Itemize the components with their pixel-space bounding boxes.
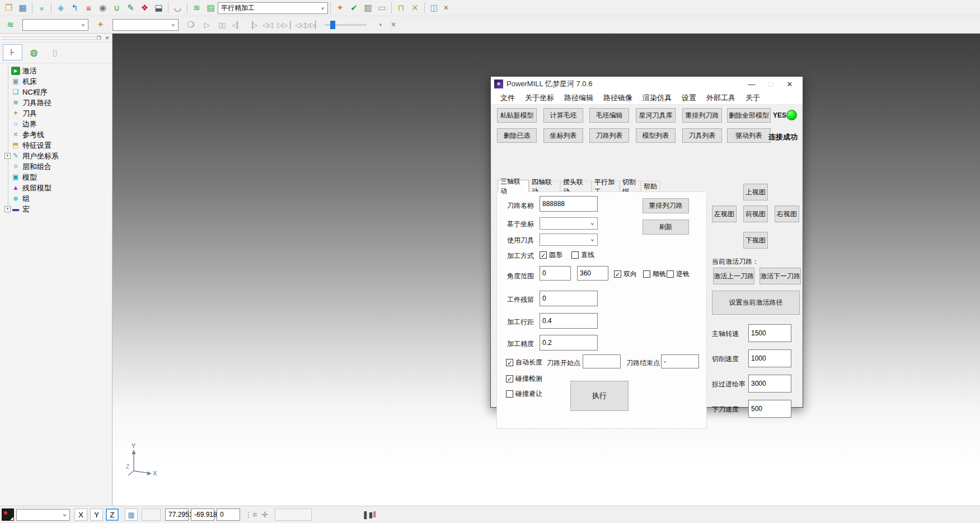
calculator-icon[interactable]: ▥ [361,2,375,15]
step-back-icon[interactable]: ◁▏ [229,18,245,31]
checked-checkbox[interactable]: ✓ [506,375,513,382]
float-panel-icon[interactable]: ❐ [95,34,102,41]
tree-item[interactable]: ✦刀具 [3,108,112,119]
plunge-feed-input[interactable]: 500 [748,400,791,418]
tree-item[interactable]: ≡层和组合 [3,161,112,172]
tree-item[interactable]: ≋刀具路径 [3,97,112,108]
tree-item[interactable]: ▲残留模型 [3,183,112,193]
save-project-icon[interactable]: ▦ [16,2,30,15]
search-back-icon[interactable]: ◁◁ [260,18,275,31]
tab-平行加工[interactable]: 平行加工 [592,181,620,192]
view-bottom-button[interactable]: 下视图 [743,232,768,249]
menu-item-路径编辑[interactable]: 路径编辑 [559,93,598,103]
nc-programs-icon[interactable]: ◫ [427,2,441,15]
rearrange-toolpath-button[interactable]: 重排列刀路 [643,198,689,213]
minimize-button[interactable]: — [742,78,761,90]
tab-切割锯[interactable]: 切割锯 [620,181,641,192]
strategy-list-icon[interactable]: ▤ [204,2,218,15]
view-top-button[interactable]: 上视图 [743,184,768,200]
open-project-icon[interactable]: ❐ [2,2,16,15]
simulation-speed-slider[interactable] [325,24,367,26]
tree-item[interactable]: ▣模型 [3,172,112,183]
action-粘贴新模型[interactable]: 粘贴新模型 [497,108,537,123]
sim-tool-combo[interactable]: ∨ [112,19,179,31]
close-panel-icon[interactable]: ✕ [104,34,111,41]
tree-item[interactable]: ◆组 [3,193,112,204]
close-sim-toolbar-icon[interactable]: ✕ [388,20,398,30]
base-coord-combo[interactable]: ∨ [540,217,598,230]
tree-item[interactable]: ✕参考线 [3,129,112,140]
menu-item-关于[interactable]: 关于 [740,93,765,103]
toolpath-icon[interactable]: ≋ [190,2,204,15]
explorer-dock-header[interactable]: ❐✕ [0,34,112,43]
sim-tool-icon[interactable]: ✦ [93,18,107,31]
expand-icon[interactable]: + [4,153,11,159]
menu-item-文件[interactable]: 文件 [495,93,520,103]
tree-item[interactable]: ⬒特征设置 [3,140,112,151]
tolerance-input[interactable]: 0.2 [540,335,598,351]
menu-item-外部工具[interactable]: 外部工具 [701,93,740,103]
action-计算毛坯[interactable]: 计算毛坯 [543,108,583,123]
go-start-icon[interactable]: ▏◁◁ [290,18,305,31]
speed-clock-icon[interactable]: ◔ [373,18,387,31]
end-point-input[interactable]: - [661,354,699,368]
tool-icon[interactable]: ◉ [96,2,110,15]
menu-item-渲染仿真[interactable]: 渲染仿真 [637,93,677,103]
checked-checkbox[interactable]: ✓ [614,270,621,278]
menu-item-关于坐标[interactable]: 关于坐标 [520,93,559,103]
unchecked-checkbox[interactable] [667,270,674,278]
action-重排列刀路[interactable]: 重排列刀路 [682,108,722,123]
action-刀路列表[interactable]: 刀路列表 [589,128,629,143]
unchecked-checkbox[interactable] [571,251,579,259]
activate-next-toolpath-button[interactable]: 激活下一刀路 [759,268,801,284]
tab-三轴联动[interactable]: 三轴联动 [498,180,529,192]
stock-remain-input[interactable]: 0 [540,291,598,306]
tree-item[interactable]: ❏NC程序 [3,87,112,97]
clipboard-icon[interactable]: ❚▮‖ [362,510,376,519]
use-tool-combo[interactable]: ∨ [540,234,598,246]
points-icon[interactable]: ❖ [138,2,152,15]
checked-checkbox[interactable]: ✓ [540,251,547,259]
go-end-icon[interactable]: ▷▷▏ [305,18,320,31]
tab-摆头联动[interactable]: 摆头联动 [560,181,592,192]
verify-tool-icon[interactable]: ✔ [347,2,361,15]
feeds-icon[interactable]: ≡ [82,2,96,15]
play-icon[interactable]: ▷ [199,18,214,31]
pause-icon[interactable]: ▯▯ [214,18,229,31]
action-刀具列表[interactable]: 刀具列表 [682,128,722,143]
spindle-speed-input[interactable]: 1500 [748,324,791,342]
explorer-tree-icon[interactable]: ⊦ [3,44,22,60]
step-forward-icon[interactable]: ▕▷ [245,18,260,31]
tree-item[interactable]: +▬宏 [3,204,112,214]
action-删除全部模型[interactable]: 删除全部模型 [727,108,771,123]
maximize-button[interactable]: □ [761,78,780,90]
expand-icon[interactable]: + [4,206,11,212]
step-over-input[interactable]: 0.4 [540,313,598,329]
view-left-button[interactable]: 左视图 [712,206,737,222]
view-front-button[interactable]: 前视图 [743,206,768,222]
block-icon[interactable]: ◈ [54,2,68,15]
lamp-icon[interactable]: ❍ [184,18,198,31]
set-active-path-button[interactable]: 设置当前激活路径 [712,291,800,315]
unchecked-checkbox[interactable] [643,270,650,278]
action-模型列表[interactable]: 模型列表 [636,128,676,143]
action-星河刀具库[interactable]: 星河刀具库 [636,108,676,123]
positioner-icon[interactable]: ✛ [261,510,268,519]
collision-check-icon[interactable]: ◡ [171,2,185,15]
pattern-icon[interactable]: ✎ [124,2,138,15]
toolpath-name-input[interactable]: 888888 [540,196,598,212]
strategy-combo[interactable]: 平行精加工∨ [218,2,328,14]
tree-item[interactable]: ▸激活 [3,66,112,76]
tool-holder-icon[interactable]: ⬓ [152,2,166,15]
axis-z-button[interactable]: Z [106,508,119,521]
axis-x-button[interactable]: X [74,508,87,521]
execute-button[interactable]: 执行 [570,381,629,411]
refresh-button[interactable]: 刷新 [643,220,689,235]
close-toolbar-icon[interactable]: ✕ [441,3,451,13]
menu-item-路径镜像[interactable]: 路径镜像 [598,93,637,103]
action-驱动列表[interactable]: 驱动列表 [727,128,771,143]
view-right-button[interactable]: 右视图 [775,206,799,222]
target-point-button[interactable] [2,508,14,521]
unchecked-checkbox[interactable] [506,390,513,398]
action-毛坯编辑[interactable]: 毛坯编辑 [589,108,629,123]
